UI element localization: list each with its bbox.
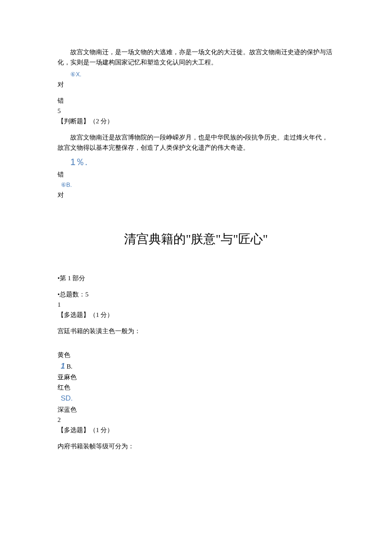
q5-marker-b: ⑥B. — [58, 180, 334, 190]
q5-option-a: 错 — [58, 169, 334, 180]
s1-number: 1 — [58, 299, 334, 310]
q5-number: 5 — [58, 106, 334, 116]
document-page: 故宫文物南迁，是一场文物的大逃难，亦是一场文化的大迁徙。故宫文物南迁史迹的保护与… — [0, 0, 392, 555]
q4-marker: ⑥X. — [58, 69, 334, 79]
q5-option-b: 对 — [58, 190, 334, 200]
s1-option-a: 黄色 — [58, 350, 334, 360]
q4-option-a: 对 — [58, 79, 334, 90]
q4-passage: 故宫文物南迁，是一场文物的大逃难，亦是一场文化的大迁徙。故宫文物南迁史迹的保护与… — [58, 47, 334, 67]
q4-option-b: 错 — [58, 96, 334, 106]
section-title: 清宫典籍的"朕意"与"匠心" — [58, 229, 334, 249]
s1-stem: 宫廷书籍的装潢主色一般为： — [58, 326, 334, 336]
s1-option-d: 深蓝色 — [58, 404, 334, 415]
q5-passage: 故宫文物南迁是故宫博物院的一段峥嵘岁月，也是中华民族的•段抗争历史。走过烽火年代… — [58, 132, 334, 153]
count-label: •总题数：5 — [58, 289, 334, 299]
q5-type: 【判断题】（2 分） — [58, 116, 334, 126]
s2-type: 【多选题】（1 分） — [58, 425, 334, 435]
s2-number: 2 — [58, 415, 334, 425]
s1-option-c: 红色 — [58, 382, 334, 392]
part-label: •第 1 部分 — [58, 273, 334, 283]
s1-marker-d: SD. — [58, 392, 334, 404]
s1-type: 【多选题】（1 分） — [58, 310, 334, 320]
s2-stem: 内府书籍装帧等级可分为： — [58, 441, 334, 451]
s1-option-b: 亚麻色 — [58, 372, 334, 382]
s1-marker-b: 1 B. — [58, 360, 334, 372]
q5-marker-a: 1％. — [58, 154, 334, 169]
